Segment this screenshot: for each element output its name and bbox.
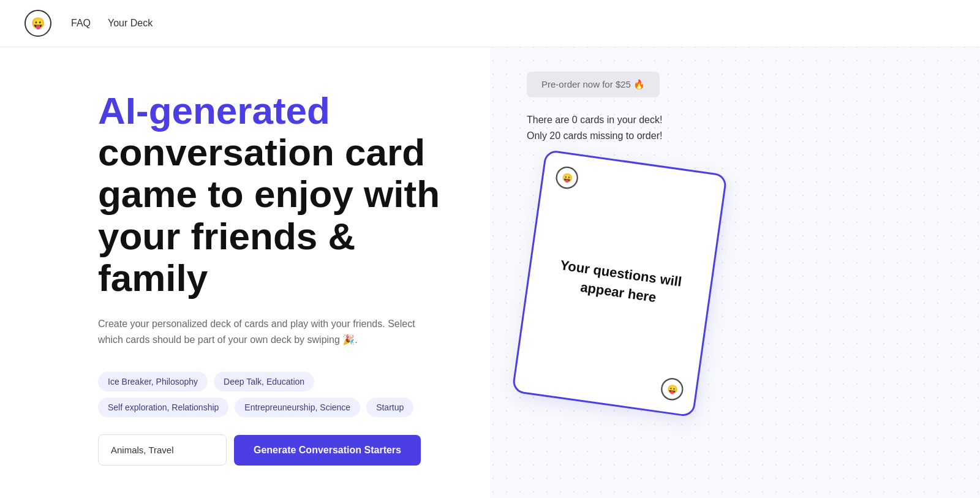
left-panel: AI-generated conversation card game to e… <box>0 47 490 498</box>
card-wrapper: 😛 Your questions will appear here 😛 <box>510 149 739 431</box>
preorder-button[interactable]: Pre-order now for $25 🔥 <box>527 72 660 97</box>
nav-links: FAQ Your Deck <box>71 18 153 29</box>
tags-section: Ice Breaker, Philosophy Deep Talk, Educa… <box>98 372 441 417</box>
hero-subtitle: Create your personalized deck of cards a… <box>98 316 429 347</box>
generate-button[interactable]: Generate Conversation Starters <box>234 435 421 466</box>
card-logo-top: 😛 <box>554 165 579 191</box>
right-panel: Pre-order now for $25 🔥 There are 0 card… <box>490 47 980 498</box>
deck-info: There are 0 cards in your deck! Only 20 … <box>527 112 662 143</box>
card-logo-top-emoji: 😛 <box>561 172 573 183</box>
nav-link-your-deck[interactable]: Your Deck <box>108 18 153 29</box>
card-logo-bottom-emoji: 😛 <box>666 383 678 394</box>
nav-logo-emoji: 😛 <box>31 17 45 30</box>
tag-startup[interactable]: Startup <box>366 398 413 417</box>
tag-entrepreuneurship[interactable]: Entrepreuneurship, Science <box>235 398 360 417</box>
tag-deep-talk[interactable]: Deep Talk, Education <box>214 372 314 391</box>
tag-self-exploration[interactable]: Self exploration, Relationship <box>98 398 228 417</box>
main-container: AI-generated conversation card game to e… <box>0 47 980 498</box>
card-logo-bottom: 😛 <box>660 377 685 402</box>
hero-title: AI-generated conversation card game to e… <box>98 90 441 299</box>
hero-title-rest: conversation card game to enjoy with you… <box>98 131 440 299</box>
tag-ice-breaker[interactable]: Ice Breaker, Philosophy <box>98 372 208 391</box>
nav-logo[interactable]: 😛 <box>24 10 51 37</box>
navbar: 😛 FAQ Your Deck <box>0 0 980 47</box>
card-text: Your questions will appear here <box>526 240 713 327</box>
input-row: Generate Conversation Starters <box>98 434 441 466</box>
deck-count-line2: Only 20 cards missing to order! <box>527 128 662 144</box>
hero-title-accent: AI-generated <box>98 89 330 132</box>
deck-count-line1: There are 0 cards in your deck! <box>527 112 662 128</box>
topic-input[interactable] <box>98 434 227 466</box>
nav-link-faq[interactable]: FAQ <box>71 18 91 29</box>
card: 😛 Your questions will appear here 😛 <box>511 149 728 418</box>
